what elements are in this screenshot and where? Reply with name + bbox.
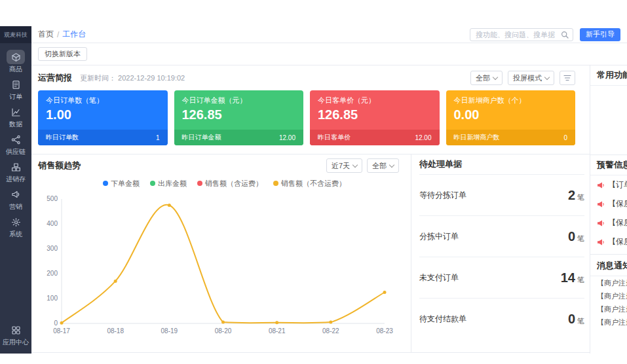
app-logo[interactable]: 观麦科技 — [0, 26, 31, 43]
operation-briefing-section: 运营简报 更新时间： 2022-12-29 10:19:02 全部 投屏模式 — [31, 65, 590, 155]
notification-item[interactable]: 【商户注册】 — [590, 302, 627, 316]
stat-card-footer: 昨日新增商户数 0 — [446, 130, 576, 145]
notification-item[interactable]: 【商户注册】 — [590, 316, 627, 329]
svg-text:0: 0 — [54, 319, 58, 327]
common-functions-panel: 常用功能 — [590, 65, 627, 155]
warnings-panel: 预警信息 【订单】 【保质期 【保质期 【保质期 — [590, 155, 627, 255]
sidebar-item-supply-chain[interactable]: 供应链 — [0, 132, 31, 155]
warning-item[interactable]: 【保质期 — [590, 232, 627, 251]
legend-dot — [150, 181, 155, 186]
pending-row-waiting-sorting[interactable]: 等待分拣订单 2笔 — [419, 175, 584, 216]
svg-text:08-19: 08-19 — [161, 327, 178, 335]
sidebar-item-inventory[interactable]: 进销存 — [0, 160, 31, 183]
right-column: 常用功能 预警信息 【订单】 【保质期 【保质期 — [590, 65, 627, 354]
briefing-title: 运营简报 — [38, 72, 72, 84]
sidebar-item-label: 系统 — [9, 230, 22, 238]
pending-value: 2笔 — [568, 188, 584, 203]
topbar: 首页 / 工作台 新手引导 — [31, 26, 627, 43]
sidebar-item-system[interactable]: 系统 — [0, 215, 31, 238]
dashboard-page: 观麦科技 首页 / 工作台 新手引导 — [0, 0, 627, 364]
alert-horn-icon — [597, 200, 605, 208]
search-icon[interactable] — [561, 31, 569, 39]
stat-card-avg-order-value-today: 今日客单价（元） 126.85 昨日客单价 12.00 — [310, 90, 440, 145]
sidebar-item-orders[interactable]: 订单 — [0, 77, 31, 100]
briefing-scope-select[interactable]: 全部 — [470, 71, 503, 85]
svg-text:500: 500 — [47, 195, 58, 202]
svg-text:200: 200 — [47, 270, 58, 277]
chevron-down-icon — [544, 75, 550, 80]
breadcrumb: 首页 / 工作台 — [38, 29, 86, 40]
common-functions-title: 常用功能 — [590, 65, 627, 86]
breadcrumb-separator: / — [57, 30, 59, 39]
lower-row: 销售额趋势 近7天 全部 — [31, 155, 590, 353]
pending-row-pending-settlement[interactable]: 待支付结款单 0笔 — [419, 299, 584, 339]
supply-chain-share-icon — [7, 132, 25, 147]
legend-item-order-amount[interactable]: 下单金额 — [103, 179, 140, 189]
pending-panel-title: 待处理单据 — [419, 155, 584, 175]
svg-text:400: 400 — [47, 220, 58, 227]
pending-value: 0笔 — [568, 312, 584, 327]
sidebar-item-label: 数据 — [9, 120, 22, 128]
stat-card-order-amount-today: 今日订单金额（元） 126.85 昨日订单金额 12.00 — [174, 90, 304, 145]
stat-card-title: 今日订单金额（元） — [174, 90, 304, 105]
global-search-box[interactable] — [470, 28, 573, 41]
trend-range-select[interactable]: 近7天 — [326, 158, 362, 173]
svg-text:300: 300 — [47, 245, 58, 252]
trend-title: 销售额趋势 — [38, 160, 81, 172]
trend-header: 销售额趋势 近7天 全部 — [38, 155, 411, 177]
order-document-icon — [7, 77, 25, 92]
sales-trend-panel: 销售额趋势 近7天 全部 — [31, 155, 411, 352]
sidebar-item-data[interactable]: 数据 — [0, 105, 31, 128]
chart-line-icon — [7, 105, 25, 119]
cast-mode-button[interactable]: 投屏模式 — [508, 71, 554, 85]
search-input[interactable] — [474, 30, 561, 39]
version-toolbar: 切换新版本 — [31, 43, 627, 65]
stat-card-footer: 昨日客单价 12.00 — [310, 130, 440, 145]
stat-card-footer: 昨日订单金额 12.00 — [174, 130, 304, 145]
warning-item[interactable]: 【保质期 — [590, 194, 627, 213]
legend-dot — [197, 181, 202, 186]
alert-horn-icon — [597, 181, 605, 189]
switch-version-button[interactable]: 切换新版本 — [38, 47, 87, 61]
sales-trend-line-chart: 010020030040050008-1708-1808-1908-2008-2… — [38, 190, 395, 340]
pending-row-unpaid-orders[interactable]: 未支付订单 14笔 — [419, 257, 584, 299]
gear-icon — [7, 215, 25, 229]
svg-text:08-23: 08-23 — [376, 327, 393, 335]
legend-item-outbound-amount[interactable]: 出库金额 — [150, 179, 187, 189]
pending-value: 14笔 — [561, 270, 584, 285]
briefing-header: 运营简报 更新时间： 2022-12-29 10:19:02 全部 投屏模式 — [31, 65, 590, 90]
chevron-down-icon — [352, 162, 358, 168]
warnings-title: 预警信息 — [590, 155, 627, 175]
sidebar-item-marketing[interactable]: 营销 — [0, 187, 31, 210]
breadcrumb-home[interactable]: 首页 — [38, 29, 54, 40]
trend-scope-select[interactable]: 全部 — [367, 158, 399, 173]
warning-item[interactable]: 【保质期 — [590, 213, 627, 232]
stat-card-value: 1.00 — [38, 105, 168, 126]
filter-lines-button[interactable] — [560, 71, 575, 85]
svg-text:08-20: 08-20 — [215, 327, 232, 335]
sidebar-item-label: 订单 — [9, 93, 22, 100]
megaphone-icon — [7, 187, 25, 202]
warning-item[interactable]: 【订单】 — [590, 175, 627, 194]
stat-card-footer: 昨日订单数 1 — [38, 130, 168, 145]
trend-controls: 近7天 全部 — [326, 158, 399, 173]
legend-item-sales-without-shipping[interactable]: 销售额（不含运费） — [273, 179, 346, 189]
stat-card-title: 今日客单价（元） — [310, 90, 440, 105]
app-grid-icon — [7, 323, 25, 337]
pending-row-sorting[interactable]: 分拣中订单 0笔 — [419, 216, 584, 257]
notification-item[interactable]: 【商户注册】 — [590, 276, 627, 289]
alert-horn-icon — [597, 238, 605, 246]
svg-text:08-21: 08-21 — [269, 327, 286, 335]
stat-cards-row: 今日订单数（笔） 1.00 昨日订单数 1 今日订单金额（元） 126.85 昨… — [31, 90, 590, 145]
sidebar-item-label: 营销 — [9, 203, 22, 210]
svg-text:08-17: 08-17 — [53, 327, 70, 335]
common-functions-body — [590, 86, 627, 155]
newbie-guide-button[interactable]: 新手引导 — [580, 28, 620, 41]
notification-item[interactable]: 【商户注册】 — [590, 289, 627, 302]
notifications-panel: 消息通知 【商户注册】 【商户注册】 【商户注册】 【商户注册】 — [590, 255, 627, 329]
alert-horn-icon — [597, 219, 605, 227]
breadcrumb-current: 工作台 — [62, 29, 86, 40]
legend-item-sales-with-shipping[interactable]: 销售额（含运费） — [197, 179, 263, 189]
sidebar-item-products[interactable]: 商品 — [0, 50, 31, 73]
sidebar-item-app-center[interactable]: 应用中心 — [0, 323, 31, 346]
